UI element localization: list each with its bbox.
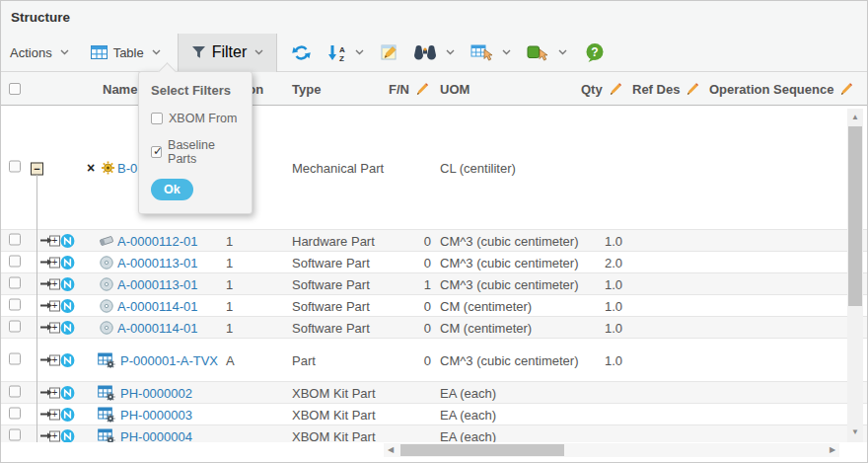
part-name-link[interactable]: A-0000114-01 [117,320,197,335]
type-cell: XBOM Kit Part [292,385,376,400]
fn-cell: 0 [392,255,431,270]
filter-menu-button[interactable]: Filter [178,34,278,72]
row-checkbox[interactable] [9,255,21,267]
vertical-scrollbar[interactable]: ▲ ▼ [847,109,863,442]
usage-status-icon [60,352,75,367]
expand-toggle[interactable] [40,278,60,289]
expand-toggle[interactable] [40,387,60,398]
column-header-opseq[interactable]: Operation Sequence [709,72,852,106]
expand-toggle[interactable] [40,430,60,441]
find-button[interactable] [412,45,455,60]
part-name-link[interactable]: PH-0000002 [120,385,192,400]
part-name-link[interactable]: A-0000113-01 [117,255,197,270]
object-action-button[interactable] [527,44,567,61]
edit-column-pencil-icon[interactable] [609,83,621,96]
table-menu-button[interactable]: Table [91,45,161,60]
svg-text:A: A [339,44,345,53]
row-checkbox[interactable] [9,428,21,440]
column-header-fn[interactable]: F/N [389,72,428,106]
edit-column-pencil-icon[interactable] [839,83,852,96]
scroll-up-arrow[interactable]: ▲ [847,113,863,121]
table-row: A-0000113-01 1 Software Part 0 CM^3 (cub… [1,252,867,273]
row-checkbox[interactable] [9,233,21,245]
qty-cell: 2.0 [605,255,622,270]
table-row: A-0000114-01 1 Software Part 0 CM (centi… [1,317,867,339]
edit-column-pencil-icon[interactable] [686,83,698,96]
uom-cell: CM^3 (cubic centimeter) [440,352,578,367]
row-checkbox[interactable] [9,298,21,310]
ok-button[interactable]: Ok [151,179,193,200]
edit-note-icon [381,44,398,60]
revision-cell: 1 [226,233,233,248]
chevron-down-icon [355,49,364,55]
expand-toggle[interactable] [40,257,60,268]
table-action-button[interactable] [470,44,511,61]
column-header-name[interactable]: Name [103,72,137,106]
software-part-icon [100,256,113,270]
software-part-icon [100,277,113,291]
part-name-link[interactable]: PH-0000003 [120,407,192,422]
edit-column-pencil-icon[interactable] [415,83,428,96]
binoculars-icon [412,45,438,60]
sort-button[interactable]: A Z [327,44,364,61]
vertical-scrollbar-thumb[interactable] [848,126,862,306]
uom-cell: EA (each) [440,407,496,422]
type-cell: XBOM Kit Part [292,407,376,422]
remove-icon[interactable]: × [87,160,95,176]
filter-option-baseline-parts[interactable]: Baseline Parts [151,138,240,166]
uom-cell: CM^3 (cubic centimeter) [440,233,578,248]
fn-cell: 1 [392,276,431,291]
column-header-refdes[interactable]: Ref Des [632,72,698,106]
usage-status-icon [60,385,75,400]
actions-menu-button[interactable]: Actions [10,45,69,60]
collapse-toggle-icon[interactable] [31,162,43,175]
part-name-link[interactable]: P-000001-A-TVX [120,352,218,367]
table-row: A-0000112-01 1 Hardware Part 0 CM^3 (cub… [1,230,867,252]
part-name-link[interactable]: A-0000112-01 [117,233,197,248]
row-checkbox[interactable] [9,320,21,332]
uom-cell: EA (each) [440,385,496,400]
horizontal-scrollbar-thumb[interactable] [400,444,564,456]
row-checkbox[interactable] [9,276,21,288]
filter-option-xbom-from[interactable]: XBOM From [151,112,240,125]
scroll-down-arrow[interactable]: ▼ [847,427,863,436]
part-structure-icon [98,352,115,368]
row-checkbox[interactable] [9,352,21,364]
horizontal-scrollbar[interactable]: ◀ ▶ [384,443,839,457]
type-cell: Mechanical Part [292,160,384,175]
filter-funnel-icon [191,45,206,59]
part-name-link[interactable]: B-0 [117,160,137,175]
help-button[interactable]: ? [585,42,605,62]
scroll-left-arrow[interactable]: ◀ [384,443,398,457]
part-name-link[interactable]: A-0000113-01 [117,276,197,291]
column-header-qty[interactable]: Qty [581,72,621,106]
row-checkbox[interactable] [9,385,21,397]
uom-cell: CM (centimeter) [440,320,532,335]
expand-toggle[interactable] [40,300,60,311]
uom-cell: CL (centiliter) [440,160,516,175]
table-action-icon [470,44,494,61]
expand-toggle[interactable] [40,354,60,365]
expand-toggle[interactable] [40,322,60,333]
select-all-checkbox[interactable] [9,83,21,95]
column-header-row: Name Revision Type F/N UOM Qty Ref Des O… [1,72,867,106]
checkbox-unchecked[interactable] [151,113,163,124]
qty-cell: 1.0 [605,233,622,248]
revision-cell: 1 [226,298,233,313]
part-name-link[interactable]: PH-0000004 [120,428,192,443]
expand-toggle[interactable] [40,235,60,246]
checkbox-checked[interactable] [151,146,162,158]
row-checkbox[interactable] [9,407,21,419]
part-name-link[interactable]: A-0000114-01 [117,298,197,313]
uom-cell: CM (centimeter) [440,298,532,313]
column-header-type[interactable]: Type [292,72,321,106]
row-checkbox[interactable] [9,160,21,172]
usage-status-icon [60,298,75,313]
insert-arrow-icon [40,392,47,394]
edit-button[interactable] [381,44,398,60]
column-header-uom[interactable]: UOM [440,72,470,106]
scroll-right-arrow[interactable]: ▶ [826,443,839,457]
revision-cell: 1 [226,320,233,335]
expand-toggle[interactable] [40,409,60,420]
refresh-button[interactable] [291,44,312,61]
